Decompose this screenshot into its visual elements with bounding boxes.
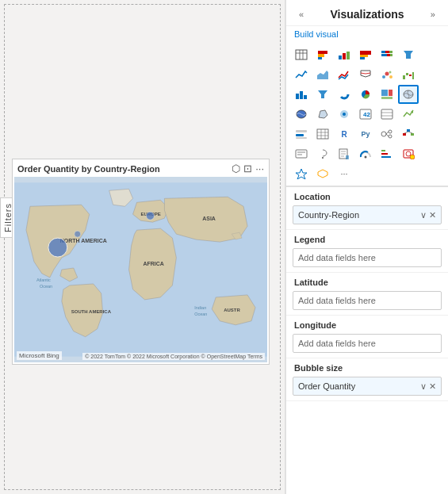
azure-map-icon[interactable] — [334, 105, 354, 124]
svg-rect-41 — [409, 75, 412, 76]
svg-rect-32 — [390, 54, 392, 56]
map-icon active[interactable] — [398, 85, 419, 104]
custom2-icon[interactable] — [312, 164, 333, 183]
latitude-slot[interactable]: Add data fields here — [293, 291, 442, 310]
svg-rect-29 — [389, 51, 392, 53]
icon-row-1 — [291, 45, 443, 64]
location-close-icon[interactable]: ✕ — [429, 210, 436, 220]
svg-rect-18 — [318, 51, 327, 54]
right-panel: « Visualizations » Build visual — [285, 0, 448, 494]
number-card-icon[interactable]: 42 — [355, 105, 376, 124]
ribbon-icon[interactable] — [355, 65, 376, 84]
python-icon[interactable]: Py — [355, 124, 376, 144]
latitude-field-text: Add data fields here — [298, 296, 436, 305]
svg-marker-46 — [318, 90, 327, 98]
paginated-icon[interactable] — [334, 144, 354, 163]
filter-icon[interactable]: ⬡ — [232, 163, 240, 174]
location-slot[interactable]: Country-Region ∨ ✕ — [293, 205, 442, 224]
legend-field-text: Add data fields here — [298, 253, 436, 262]
scatter-icon[interactable] — [377, 65, 397, 84]
line-icon[interactable] — [291, 65, 312, 84]
svg-rect-24 — [360, 51, 371, 55]
filled-map-icon[interactable] — [291, 105, 312, 124]
expand-right-btn[interactable]: » — [426, 6, 440, 22]
decomp-tree-icon[interactable] — [398, 124, 419, 144]
clustered-col-icon[interactable] — [355, 45, 376, 64]
custom1-icon[interactable] — [291, 164, 312, 183]
svg-marker-33 — [404, 51, 413, 59]
build-visual-link[interactable]: Build visual — [286, 26, 448, 44]
bar2-icon[interactable] — [377, 144, 397, 163]
svg-rect-91 — [381, 153, 388, 155]
bubble-size-dropdown-icon[interactable]: ∨ — [420, 381, 427, 392]
svg-rect-44 — [300, 91, 303, 99]
stacked-bar-icon[interactable] — [312, 45, 333, 64]
svg-rect-88 — [346, 155, 349, 159]
longitude-label: Longitude — [286, 316, 448, 332]
svg-line-79 — [408, 132, 412, 133]
svg-point-70 — [381, 132, 386, 136]
svg-rect-50 — [389, 90, 392, 96]
svg-line-73 — [386, 132, 389, 134]
donut-icon[interactable] — [334, 85, 354, 104]
map-copyright: © 2022 TomTom © 2022 Microsoft Corporati… — [82, 353, 265, 360]
smart-narrative-icon[interactable] — [291, 144, 312, 163]
multi-row-card-icon[interactable] — [377, 105, 397, 124]
pie-icon[interactable] — [355, 85, 376, 104]
location-label: Location — [286, 187, 448, 204]
svg-point-11 — [48, 238, 67, 257]
svg-text:Ocean: Ocean — [194, 312, 207, 316]
100pct-bar-icon[interactable] — [377, 45, 397, 64]
r-icon[interactable]: R — [334, 124, 354, 144]
svg-rect-62 — [296, 130, 307, 132]
svg-rect-58 — [381, 109, 392, 119]
line-stacked-icon[interactable] — [334, 65, 354, 84]
shape-map-icon[interactable] — [312, 105, 333, 124]
svg-rect-90 — [381, 156, 391, 158]
svg-rect-42 — [412, 72, 414, 79]
more-visuals-icon[interactable]: ··· — [334, 164, 354, 183]
legend-slot[interactable]: Add data fields here — [293, 248, 442, 267]
focus-icon[interactable]: ⊡ — [243, 163, 252, 174]
qa-icon[interactable] — [312, 144, 333, 163]
bing-logo: Microsoft Bing — [17, 351, 62, 360]
filter-icon[interactable] — [312, 85, 333, 104]
svg-rect-26 — [360, 57, 365, 59]
icon-row-3 — [291, 85, 443, 104]
map-container: NORTH AMERICA SOUTH AMERICA EUROPE ASIA … — [14, 177, 267, 362]
svg-rect-14 — [296, 50, 307, 59]
slicer-icon[interactable] — [291, 124, 312, 144]
svg-point-47 — [340, 90, 348, 98]
svg-rect-45 — [304, 95, 307, 99]
svg-rect-30 — [381, 54, 387, 56]
longitude-slot[interactable]: Add data fields here — [293, 334, 442, 353]
clustered-bar-icon[interactable] — [334, 45, 354, 64]
svg-rect-40 — [406, 73, 408, 75]
more-options-icon[interactable]: ··· — [255, 163, 264, 174]
bubble-size-field-text: Order Quantity — [298, 381, 420, 391]
col-chart-icon[interactable] — [291, 85, 312, 104]
svg-rect-64 — [296, 137, 307, 139]
table-icon[interactable] — [291, 45, 312, 64]
bubble-size-slot[interactable]: Order Quantity ∨ ✕ — [293, 377, 442, 396]
matrix-icon[interactable] — [312, 124, 333, 144]
kpi-icon[interactable] — [398, 105, 419, 124]
panel-title: Visualizations — [330, 8, 404, 21]
svg-rect-77 — [411, 133, 414, 136]
svg-rect-92 — [381, 150, 385, 151]
svg-rect-28 — [385, 51, 389, 53]
new-visual-icon[interactable] — [398, 144, 419, 163]
gauge-icon[interactable] — [355, 144, 376, 163]
waterfall-icon[interactable] — [398, 65, 419, 84]
bubble-size-close-icon[interactable]: ✕ — [429, 381, 436, 392]
svg-line-74 — [386, 134, 389, 136]
visual-controls: ⬡ ⊡ ··· — [232, 163, 264, 174]
svg-marker-97 — [318, 170, 327, 178]
area-icon[interactable] — [312, 65, 333, 84]
treemap-icon[interactable] — [377, 85, 397, 104]
collapse-left-btn[interactable]: « — [294, 6, 308, 22]
svg-line-78 — [404, 132, 408, 133]
key-influencers-icon[interactable] — [377, 124, 397, 144]
funnel-icon[interactable] — [398, 45, 419, 64]
location-dropdown-icon[interactable]: ∨ — [420, 210, 427, 220]
